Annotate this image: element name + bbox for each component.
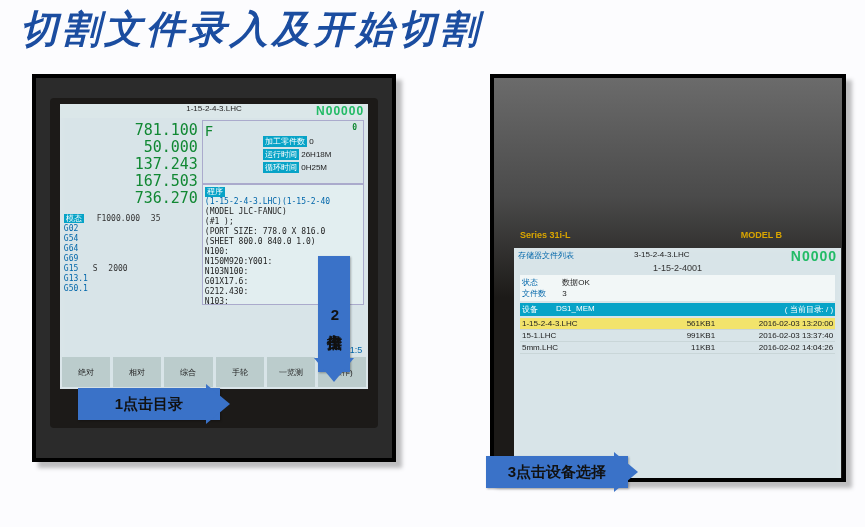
prog-line: N103N100: bbox=[205, 267, 248, 276]
f-val-2: 0H25M bbox=[301, 163, 327, 172]
th-dev: 设备 bbox=[522, 304, 556, 315]
annotation-step1: 1点击目录 bbox=[78, 388, 220, 420]
arrow-right-icon bbox=[206, 384, 230, 424]
coord-3: 167.503 bbox=[66, 173, 198, 190]
prog-line: (SHEET 800.0 840.0 1.0) bbox=[205, 237, 316, 246]
modes-header: 模态 bbox=[64, 214, 84, 223]
prog-line-first: (1-15-2-4-3.LHC)(1-15-2-40 bbox=[205, 197, 330, 206]
brand-right: MODEL B bbox=[741, 230, 782, 240]
file-row[interactable]: 1-15-2-4-3.LHC 561KB1 2016-02-03 13:20:0… bbox=[520, 318, 835, 330]
row-name: 1-15-2-4-3.LHC bbox=[522, 319, 667, 328]
count-v: 3 bbox=[562, 289, 566, 298]
left-seq: N00000 bbox=[316, 104, 364, 118]
annotation-step3: 3点击设备选择 bbox=[486, 456, 628, 488]
mode-g: G69 bbox=[64, 254, 88, 264]
info-box: 状态 数据OK 文件数 3 bbox=[520, 275, 835, 301]
sk-rel[interactable]: 相对 bbox=[113, 357, 161, 387]
prog-line: N150M920:Y001: bbox=[205, 257, 272, 266]
row-ts: 2016-02-02 14:04:26 bbox=[715, 343, 833, 352]
status-v: 数据OK bbox=[562, 278, 590, 287]
arrow-down-icon bbox=[314, 358, 354, 382]
mode-g: G02 bbox=[64, 224, 88, 234]
f-box: F 0 加工零件数 0 运行时间 26H18M 循环时间 0H25M bbox=[202, 120, 364, 184]
f-tag-0: 加工零件数 bbox=[263, 136, 307, 147]
th-dir: ( 当前目录: / ) bbox=[785, 304, 833, 315]
coord-4: 736.270 bbox=[66, 190, 198, 207]
f-label: F bbox=[205, 123, 213, 139]
prog-line: N100: bbox=[205, 247, 229, 256]
prog-line: (PORT SIZE: 778.0 X 816.0 bbox=[205, 227, 325, 236]
mode-g: G13.1 bbox=[64, 274, 88, 284]
right-topfile: 3-15-2-4-3.LHC bbox=[634, 250, 690, 259]
row-ts: 2016-02-03 13:20:00 bbox=[715, 319, 833, 328]
prog-header: 程序 bbox=[205, 187, 225, 197]
f-val-0: 0 bbox=[309, 137, 313, 146]
row-ts: 2016-02-03 13:37:40 bbox=[715, 331, 833, 340]
mode-s: S bbox=[93, 264, 98, 273]
modes-panel: 模态 F1000.000 35 G02 G54 G64 G69 G15 S 20… bbox=[64, 214, 194, 294]
f-val-1: 26H18M bbox=[301, 150, 331, 159]
file-header: 1-15-2-4001 bbox=[514, 263, 841, 273]
modes-m: 35 bbox=[151, 214, 161, 223]
page-title: 切割文件录入及开始切割 bbox=[20, 4, 482, 55]
arrow-right-icon bbox=[614, 452, 638, 492]
file-row[interactable]: 15-1.LHC 991KB1 2016-02-03 13:37:40 bbox=[520, 330, 835, 342]
prog-line: G212.430: bbox=[205, 287, 248, 296]
f-tag-1: 运行时间 bbox=[263, 149, 299, 160]
annotation-step2: 2点击操作 bbox=[318, 256, 350, 372]
row-name: 15-1.LHC bbox=[522, 331, 667, 340]
modes-f: F1000.000 bbox=[97, 214, 140, 223]
mode-g: G54 bbox=[64, 234, 88, 244]
prog-line: (MODEL JLC-FANUC) bbox=[205, 207, 287, 216]
count-k: 文件数 bbox=[522, 288, 560, 299]
coord-block: 781.100 50.000 137.243 167.503 736.270 bbox=[66, 122, 198, 207]
prog-line: N103: bbox=[205, 297, 229, 305]
f-tag-2: 循环时间 bbox=[263, 162, 299, 173]
sk-list[interactable]: 一览测 bbox=[267, 357, 315, 387]
sk-abs[interactable]: 绝对 bbox=[62, 357, 110, 387]
coord-1: 50.000 bbox=[66, 139, 198, 156]
coord-0: 781.100 bbox=[66, 122, 198, 139]
sk-all[interactable]: 综合 bbox=[164, 357, 212, 387]
modes-sval: 2000 bbox=[108, 264, 127, 273]
right-photo: Series 31i-L MODEL B 存储器文件列表 3-15-2-4-3.… bbox=[490, 74, 846, 482]
right-seq: N0000 bbox=[791, 248, 837, 264]
row-size: 991KB1 bbox=[667, 331, 715, 340]
brand-left: Series 31i-L bbox=[520, 230, 571, 240]
mode-g: G50.1 bbox=[64, 284, 88, 294]
th-name: DS1_MEM bbox=[556, 304, 785, 315]
right-screen: 存储器文件列表 3-15-2-4-3.LHC N0000 1-15-2-4001… bbox=[514, 248, 841, 482]
row-name: 5mm.LHC bbox=[522, 343, 667, 352]
status-k: 状态 bbox=[522, 277, 560, 288]
row-size: 561KB1 bbox=[667, 319, 715, 328]
file-row[interactable]: 5mm.LHC 11KB1 2016-02-02 14:04:26 bbox=[520, 342, 835, 354]
table-header: 设备 DS1_MEM ( 当前目录: / ) bbox=[520, 303, 835, 316]
row-size: 11KB1 bbox=[667, 343, 715, 352]
mode-g: G15 bbox=[64, 264, 88, 274]
sk-handle[interactable]: 手轮 bbox=[216, 357, 264, 387]
o-zero: 0 bbox=[352, 123, 357, 132]
coord-2: 137.243 bbox=[66, 156, 198, 173]
prog-line: (#1 ); bbox=[205, 217, 234, 226]
mode-g: G64 bbox=[64, 244, 88, 254]
prog-line: G01X17.6: bbox=[205, 277, 248, 286]
